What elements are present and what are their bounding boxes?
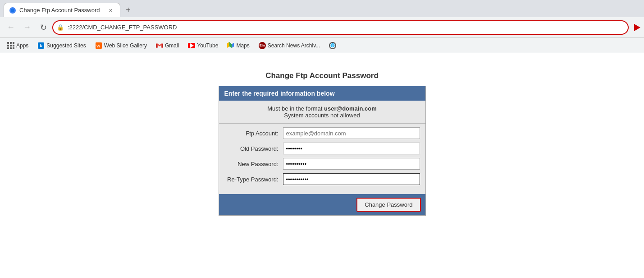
apps-icon bbox=[7, 42, 14, 49]
form-footer: Change Password bbox=[219, 194, 425, 215]
form-body: Ftp Account: Old Password: New Password: bbox=[219, 124, 425, 194]
bookmark-suggested-label: Suggested Sites bbox=[46, 42, 86, 49]
browser-frame: Change Ftp Account Password × + ← → ↻ 🔒 bbox=[0, 0, 644, 278]
bookmark-search-news-label: Search News Archiv... bbox=[268, 42, 320, 49]
bookmark-gmail[interactable]: Gmail bbox=[152, 40, 183, 51]
bookmark-globe[interactable]: 🌐 bbox=[325, 40, 340, 51]
old-password-label: Old Password: bbox=[224, 145, 283, 152]
maps-icon bbox=[227, 42, 234, 49]
form-container: Change Ftp Account Password Enter the re… bbox=[219, 71, 426, 216]
tab-close-button[interactable]: × bbox=[107, 7, 114, 14]
address-bar[interactable] bbox=[52, 20, 629, 35]
ftp-account-label: Ftp Account: bbox=[224, 130, 283, 137]
bookmark-apps-label: Apps bbox=[16, 42, 28, 49]
bookmark-gmail-label: Gmail bbox=[165, 42, 179, 49]
forward-button[interactable]: → bbox=[20, 20, 34, 35]
web-slice-icon: W bbox=[95, 42, 102, 49]
bookmark-maps[interactable]: Maps bbox=[224, 40, 253, 51]
bookmark-suggested-sites[interactable]: b Suggested Sites bbox=[34, 40, 89, 51]
change-password-button[interactable]: Change Password bbox=[356, 198, 420, 212]
tab-title: Change Ftp Account Password bbox=[19, 7, 100, 14]
bookmark-youtube[interactable]: YouTube bbox=[184, 40, 222, 51]
form-info-email: user@domain.com bbox=[324, 105, 377, 112]
bookmark-web-slice-gallery[interactable]: W Web Slice Gallery bbox=[91, 40, 151, 51]
bookmarks-bar: Apps b Suggested Sites W Web Slice Galle… bbox=[0, 38, 644, 53]
bookmark-youtube-label: YouTube bbox=[197, 42, 218, 49]
bookmark-apps[interactable]: Apps bbox=[4, 40, 32, 51]
ein-icon: Ein bbox=[259, 42, 266, 49]
svg-text:W: W bbox=[96, 44, 100, 48]
gmail-icon bbox=[156, 42, 163, 49]
bing-icon: b bbox=[37, 42, 45, 49]
old-password-row: Old Password: bbox=[224, 143, 420, 154]
form-header: Enter the required information below bbox=[219, 86, 425, 101]
retype-password-input[interactable] bbox=[283, 173, 420, 185]
reload-button[interactable]: ↻ bbox=[36, 20, 50, 35]
form-info: Must be in the format user@domain.com Sy… bbox=[219, 101, 425, 124]
new-password-label: New Password: bbox=[224, 161, 283, 167]
tab-favicon bbox=[9, 7, 16, 14]
bookmark-wsg-label: Web Slice Gallery bbox=[104, 42, 147, 49]
new-tab-button[interactable]: + bbox=[122, 4, 135, 16]
form-panel: Enter the required information below Mus… bbox=[219, 86, 426, 216]
bookmark-search-news[interactable]: Ein Search News Archiv... bbox=[255, 40, 324, 51]
active-tab[interactable]: Change Ftp Account Password × bbox=[4, 3, 120, 17]
new-password-row: New Password: bbox=[224, 158, 420, 170]
arrow-indicator bbox=[634, 24, 640, 31]
arrow-right-icon bbox=[634, 24, 640, 31]
back-button[interactable]: ← bbox=[4, 20, 18, 35]
ftp-account-row: Ftp Account: bbox=[224, 127, 420, 139]
retype-password-row: Re-Type Password: bbox=[224, 173, 420, 185]
form-info-line1: Must be in the format user@domain.com bbox=[224, 105, 421, 112]
nav-bar: ← → ↻ 🔒 bbox=[0, 17, 644, 38]
bookmark-maps-label: Maps bbox=[236, 42, 249, 49]
form-info-line2: System accounts not allowed bbox=[224, 112, 421, 119]
globe-icon: 🌐 bbox=[329, 42, 336, 49]
ftp-account-input[interactable] bbox=[283, 127, 420, 139]
youtube-icon bbox=[188, 42, 195, 49]
page-title: Change Ftp Account Password bbox=[219, 71, 426, 80]
old-password-input[interactable] bbox=[283, 143, 420, 154]
new-password-input[interactable] bbox=[283, 158, 420, 170]
retype-password-label: Re-Type Password: bbox=[224, 176, 283, 183]
address-bar-container: 🔒 bbox=[52, 20, 629, 35]
lock-icon: 🔒 bbox=[57, 24, 64, 31]
tab-bar: Change Ftp Account Password × + bbox=[0, 0, 644, 17]
page-content: Change Ftp Account Password Enter the re… bbox=[0, 53, 644, 278]
